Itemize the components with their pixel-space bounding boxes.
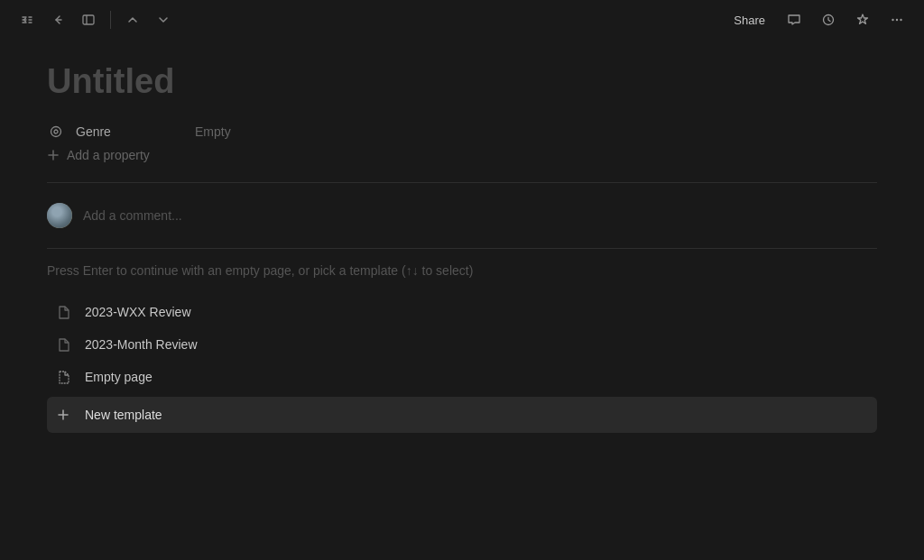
new-template-plus-icon (54, 409, 72, 421)
back-icon[interactable] (45, 7, 70, 32)
down-icon[interactable] (151, 7, 176, 32)
template-label-2: Empty page (85, 370, 152, 384)
svg-point-3 (892, 19, 893, 21)
properties-section: Genre Empty Add a property (47, 121, 877, 168)
comment-placeholder: Add a comment... (83, 208, 182, 223)
svg-point-7 (54, 130, 58, 133)
template-label-0: 2023-WXX Review (85, 305, 191, 319)
toolbar-right: Share (726, 7, 910, 32)
svg-rect-0 (83, 15, 94, 24)
avatar-image (47, 203, 72, 228)
toolbar-left (14, 7, 176, 32)
new-template-button[interactable]: New template (47, 397, 877, 433)
template-doc-icon-2 (54, 370, 72, 384)
more-icon[interactable] (884, 7, 910, 32)
comment-row[interactable]: Add a comment... (47, 197, 877, 234)
template-doc-icon-0 (54, 305, 72, 319)
up-icon[interactable] (120, 7, 145, 32)
hint-text: Press Enter to continue with an empty pa… (47, 263, 877, 278)
properties-divider (47, 182, 877, 183)
svg-point-5 (900, 19, 901, 21)
property-type-icon (47, 125, 65, 138)
toolbar: Share (0, 0, 924, 40)
comment-divider (47, 248, 877, 249)
property-value: Empty (195, 124, 231, 139)
add-property-label: Add a property (67, 148, 150, 162)
toolbar-divider (110, 11, 111, 29)
template-label-1: 2023-Month Review (85, 337, 198, 352)
star-icon[interactable] (850, 7, 875, 32)
expand-icon[interactable] (14, 7, 40, 32)
template-doc-icon-1 (54, 337, 72, 352)
template-list: 2023-WXX Review 2023-Month Review Empty … (47, 296, 877, 393)
template-item[interactable]: Empty page (47, 361, 877, 393)
new-template-label: New template (85, 408, 162, 422)
svg-point-4 (896, 19, 898, 21)
share-button[interactable]: Share (726, 10, 772, 31)
history-icon[interactable] (816, 7, 841, 32)
comment-icon[interactable] (781, 7, 807, 32)
svg-point-6 (51, 126, 61, 136)
page-title[interactable]: Untitled (47, 61, 877, 103)
property-label: Genre (76, 124, 184, 139)
property-row[interactable]: Genre Empty (47, 121, 877, 142)
sidebar-toggle-icon[interactable] (76, 7, 101, 32)
add-property-button[interactable]: Add a property (47, 142, 877, 168)
template-item[interactable]: 2023-WXX Review (47, 296, 877, 328)
template-item[interactable]: 2023-Month Review (47, 328, 877, 361)
main-content: Untitled Genre Empty Add a property Add … (0, 40, 924, 454)
avatar (47, 203, 72, 228)
